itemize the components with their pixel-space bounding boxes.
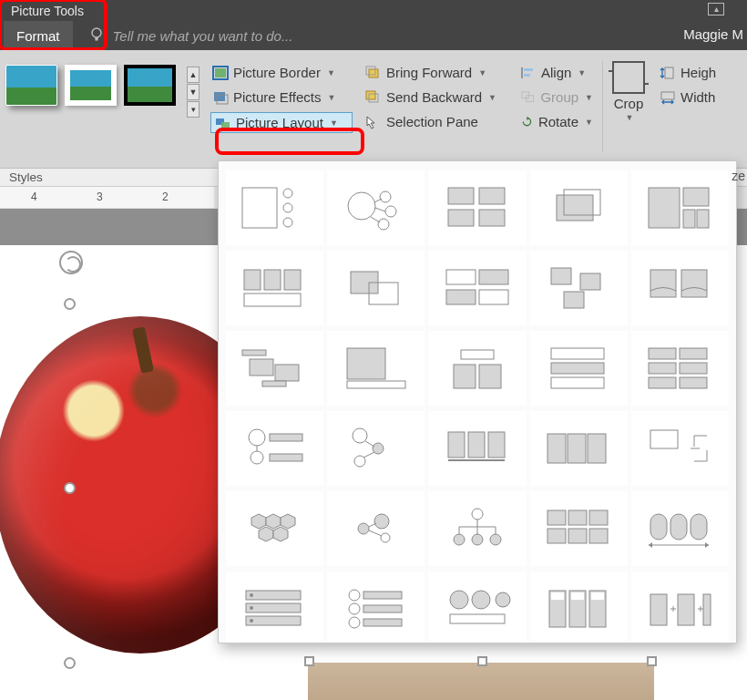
svg-rect-126 bbox=[363, 619, 402, 626]
rotate-button[interactable]: Rotate ▼ bbox=[518, 112, 595, 131]
tab-format[interactable]: Format bbox=[4, 21, 73, 50]
svg-point-118 bbox=[250, 593, 253, 597]
svg-rect-47 bbox=[479, 270, 508, 284]
selection-pane-label: Selection Pane bbox=[386, 114, 478, 129]
collapse-ribbon-icon[interactable]: ▴ bbox=[708, 3, 724, 15]
picture-effects-button[interactable]: Picture Effects ▼ bbox=[210, 88, 353, 107]
layout-list-bars-b[interactable] bbox=[327, 571, 425, 643]
rotate-label: Rotate bbox=[538, 114, 578, 129]
selection-pane-button[interactable]: Selection Pane bbox=[363, 112, 507, 131]
gallery-scroll[interactable]: ▲ ▼ ▾ bbox=[187, 67, 200, 118]
height-field[interactable]: Heigh bbox=[658, 63, 720, 82]
layout-big-plus-caption[interactable] bbox=[327, 331, 425, 406]
layout-grid-4[interactable] bbox=[428, 170, 526, 245]
size-group-label-fragment: ze bbox=[732, 169, 745, 183]
layout-framed-row[interactable] bbox=[226, 251, 323, 325]
layout-bars-pair[interactable] bbox=[428, 331, 526, 406]
svg-rect-14 bbox=[524, 74, 530, 77]
more-icon[interactable]: ▾ bbox=[187, 101, 200, 118]
svg-rect-111 bbox=[589, 529, 608, 543]
group-button: Group ▼ bbox=[518, 88, 595, 107]
layout-brick-6[interactable] bbox=[631, 331, 729, 406]
layout-process-circles[interactable] bbox=[226, 411, 323, 486]
selection-handle[interactable] bbox=[64, 482, 76, 494]
svg-rect-32 bbox=[448, 210, 474, 226]
align-button[interactable]: Align ▼ bbox=[518, 63, 595, 82]
layout-horizon-pair[interactable] bbox=[631, 251, 729, 325]
svg-rect-76 bbox=[270, 454, 302, 461]
svg-rect-109 bbox=[547, 529, 566, 543]
layout-circles-caption[interactable] bbox=[428, 571, 526, 643]
send-backward-button[interactable]: Send Backward ▼ bbox=[363, 88, 507, 107]
selection-handle[interactable] bbox=[64, 657, 76, 669]
bring-forward-button[interactable]: Bring Forward ▼ bbox=[363, 63, 507, 82]
crop-icon bbox=[612, 61, 645, 94]
layout-node-branch[interactable] bbox=[327, 411, 425, 486]
layout-rows-3[interactable] bbox=[530, 331, 628, 406]
svg-rect-54 bbox=[681, 270, 707, 297]
caret-icon: ▼ bbox=[330, 118, 338, 128]
layout-scatter-3[interactable] bbox=[530, 251, 628, 325]
layout-circle-list[interactable] bbox=[226, 170, 323, 245]
layout-orbit[interactable] bbox=[327, 491, 425, 566]
style-thumb-2[interactable] bbox=[65, 65, 117, 106]
crop-button[interactable]: Crop ▼ bbox=[605, 56, 652, 122]
svg-point-123 bbox=[349, 617, 360, 628]
svg-rect-53 bbox=[650, 270, 676, 297]
layout-org-tree[interactable] bbox=[428, 491, 526, 566]
selection-handle[interactable] bbox=[64, 298, 76, 310]
layout-plus-columns[interactable] bbox=[631, 571, 729, 643]
svg-rect-87 bbox=[547, 434, 566, 463]
width-field[interactable]: Width bbox=[658, 88, 720, 107]
svg-rect-38 bbox=[683, 210, 695, 228]
svg-rect-42 bbox=[284, 270, 301, 290]
rotate-handle[interactable] bbox=[59, 251, 83, 274]
layout-two-plus-two[interactable] bbox=[428, 251, 526, 325]
svg-rect-59 bbox=[347, 348, 385, 379]
svg-rect-135 bbox=[571, 592, 584, 600]
user-name[interactable]: Maggie M bbox=[683, 26, 743, 42]
svg-rect-125 bbox=[363, 605, 402, 612]
layout-overlap-pair[interactable] bbox=[327, 251, 425, 325]
selection-handle[interactable] bbox=[304, 656, 314, 666]
tell-me-search[interactable]: Tell me what you want to do... bbox=[89, 21, 293, 50]
svg-rect-13 bbox=[524, 68, 533, 71]
layout-film-3[interactable] bbox=[530, 411, 628, 486]
chevron-up-icon[interactable]: ▲ bbox=[187, 67, 200, 83]
selection-handle[interactable] bbox=[477, 656, 487, 666]
layout-bento[interactable] bbox=[631, 170, 729, 245]
svg-rect-37 bbox=[683, 188, 709, 206]
tell-me-placeholder: Tell me what you want to do... bbox=[113, 28, 293, 44]
svg-rect-114 bbox=[691, 514, 707, 540]
layout-cascade-4[interactable] bbox=[226, 331, 323, 406]
svg-rect-55 bbox=[242, 350, 266, 355]
selection-handle[interactable] bbox=[647, 656, 657, 666]
picture-styles-gallery[interactable]: ▲ ▼ ▾ bbox=[0, 56, 205, 118]
layout-corner-focus[interactable] bbox=[631, 411, 729, 486]
send-backward-label: Send Backward bbox=[386, 89, 482, 105]
svg-point-121 bbox=[349, 590, 360, 601]
caret-icon: ▼ bbox=[327, 68, 335, 77]
layout-framed-3[interactable] bbox=[428, 411, 526, 486]
layout-columns-3[interactable] bbox=[530, 571, 628, 643]
svg-point-103 bbox=[454, 534, 465, 545]
style-thumb-1[interactable] bbox=[5, 65, 57, 106]
layout-pill-row[interactable] bbox=[631, 491, 729, 566]
svg-rect-57 bbox=[275, 365, 299, 381]
picture-border-button[interactable]: Picture Border ▼ bbox=[210, 63, 353, 82]
layout-stacked-cards[interactable] bbox=[530, 170, 628, 245]
svg-rect-43 bbox=[244, 293, 301, 306]
arrange-group-a: Bring Forward ▼ Send Backward ▼ Selectio… bbox=[358, 56, 513, 131]
layout-grid-6[interactable] bbox=[530, 491, 628, 566]
picture-layout-button[interactable]: Picture Layout ▼ bbox=[210, 112, 353, 133]
layout-hex-cluster[interactable] bbox=[226, 491, 323, 566]
layout-radial-cluster[interactable] bbox=[327, 170, 425, 245]
picture-secondary[interactable] bbox=[308, 663, 654, 700]
chevron-down-icon[interactable]: ▼ bbox=[187, 84, 200, 100]
svg-point-0 bbox=[92, 28, 101, 37]
picture-layout-label: Picture Layout bbox=[236, 115, 323, 130]
style-thumb-3[interactable] bbox=[124, 65, 176, 106]
svg-rect-52 bbox=[564, 292, 584, 308]
layout-list-bars-a[interactable] bbox=[226, 571, 323, 643]
svg-rect-115 bbox=[246, 591, 301, 600]
